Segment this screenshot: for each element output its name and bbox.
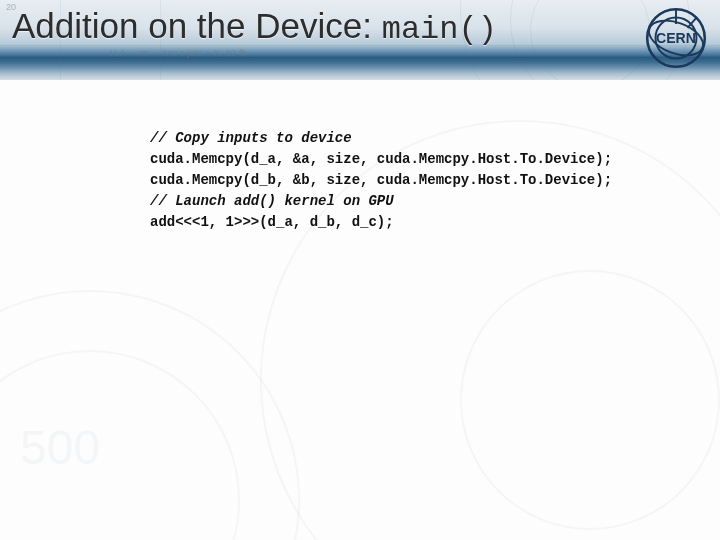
title-mono: main() — [382, 11, 497, 48]
code-line: cuda.Memcpy(d_b, &b, size, cuda.Memcpy.H… — [150, 170, 612, 191]
code-line-comment: // Launch add() kernel on GPU — [150, 191, 612, 212]
watermark-circle — [460, 270, 720, 530]
title-prefix: Addition on the Device: — [12, 6, 382, 45]
watermark-number: 500 — [20, 420, 100, 475]
cern-logo: CERN — [644, 6, 708, 70]
code-line: cuda.Memcpy(d_a, &a, size, cuda.Memcpy.H… — [150, 149, 612, 170]
slide-title: Addition on the Device: main() — [12, 6, 497, 48]
watermark-circle — [0, 350, 240, 540]
code-line-comment: // Copy inputs to device — [150, 128, 612, 149]
slide-header: 20 H,A → ττ → two τ jets + X, 60 fb Addi… — [0, 0, 720, 80]
cern-logo-text: CERN — [656, 30, 696, 46]
code-line: add<<<1, 1>>>(d_a, d_b, d_c); — [150, 212, 612, 233]
watermark-circle — [0, 290, 300, 540]
code-block: // Copy inputs to devicecuda.Memcpy(d_a,… — [150, 128, 612, 233]
header-bg-subtext: H,A → ττ → two τ jets + X, 60 fb — [110, 48, 247, 58]
